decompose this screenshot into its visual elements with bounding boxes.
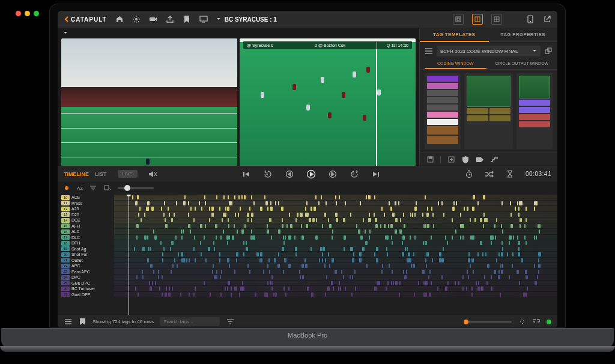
close-dot-icon[interactable] — [16, 11, 21, 16]
play-icon[interactable] — [306, 169, 316, 179]
search-input[interactable] — [160, 317, 220, 326]
row-label[interactable]: 24DPC — [58, 275, 114, 281]
row-label[interactable]: 27Goal OPP — [58, 292, 114, 298]
row-label[interactable]: 21Outlet — [58, 258, 114, 264]
skip-end-icon[interactable] — [371, 169, 381, 179]
stairs-icon[interactable] — [490, 156, 498, 164]
stopwatch-icon[interactable] — [464, 169, 474, 179]
live-indicator[interactable]: LIVE — [118, 170, 138, 178]
timeline-track[interactable] — [114, 229, 557, 235]
display-icon[interactable] — [199, 15, 208, 23]
skip-fwd-5-icon[interactable]: 5 — [350, 169, 359, 179]
timeline-track[interactable] — [114, 235, 557, 241]
timeline-track[interactable] — [114, 246, 557, 252]
row-label[interactable]: 26BC Turnover — [58, 286, 114, 292]
tag-summary: Showing 724 tags in 46 rows — [92, 319, 154, 324]
list-icon[interactable] — [425, 47, 433, 55]
score-bar: @ Syracuse 0 0 @ Boston Coll Q 1st 14:30 — [243, 41, 412, 49]
select-icon[interactable] — [103, 184, 112, 192]
gear-icon[interactable] — [132, 15, 141, 23]
row-label[interactable]: 11Press — [58, 201, 114, 207]
subtab-coding-window[interactable]: CODING WINDOW — [425, 60, 486, 69]
row-label[interactable]: 19Shot Ag — [58, 246, 114, 252]
layout-2-button[interactable] — [472, 14, 483, 25]
collapse-panel-chevron[interactable] — [61, 30, 416, 38]
row-label[interactable]: 14DCE — [58, 217, 114, 223]
timeline-track[interactable] — [114, 206, 557, 212]
row-label[interactable]: 23Earn APC — [58, 269, 114, 275]
timeline-track[interactable] — [114, 292, 557, 298]
upload-icon[interactable] — [166, 15, 174, 23]
zoom-slider[interactable] — [118, 187, 154, 189]
row-label[interactable]: 20Shot For — [58, 252, 114, 258]
row-label[interactable]: 12A25 — [58, 206, 114, 212]
timeline-track[interactable] — [114, 217, 557, 223]
layout-1-button[interactable] — [453, 14, 464, 25]
mute-icon[interactable] — [148, 169, 158, 179]
timeline-track[interactable] — [114, 240, 557, 246]
tab-timeline[interactable]: TIMELINE — [64, 171, 89, 177]
timeline-track[interactable] — [114, 223, 557, 229]
add-icon[interactable] — [447, 156, 455, 164]
external-link-icon[interactable] — [543, 15, 551, 23]
popout-icon[interactable] — [544, 47, 553, 55]
timeline-track[interactable] — [114, 252, 557, 258]
sort-icon[interactable] — [89, 184, 97, 192]
timeline-track[interactable] — [114, 212, 557, 218]
coding-window-preview[interactable] — [420, 70, 557, 153]
app-window: CATAPULT BC SYRACUSE : 1 — [58, 11, 557, 328]
sort-az[interactable]: AZ — [77, 186, 83, 191]
video-view-wide[interactable] — [61, 38, 237, 166]
link-icon[interactable] — [532, 318, 541, 326]
status-led-icon — [547, 320, 551, 324]
timeline-track[interactable] — [114, 286, 557, 292]
row-label[interactable]: 18DFH — [58, 240, 114, 246]
home-icon[interactable] — [115, 15, 124, 23]
timeline-track[interactable] — [114, 201, 557, 207]
rewind-icon[interactable] — [285, 169, 294, 179]
timeline-track[interactable] — [114, 275, 557, 281]
row-label[interactable]: 25Give DPC — [58, 281, 114, 287]
timeline-track[interactable] — [114, 195, 557, 201]
brand-logo: CATAPULT — [64, 16, 107, 23]
bookmark-footer-icon[interactable] — [78, 318, 86, 326]
forward-icon[interactable] — [328, 169, 338, 179]
camera-icon[interactable] — [149, 15, 157, 23]
shuffle-icon[interactable] — [485, 169, 494, 179]
skip-start-icon[interactable] — [241, 169, 251, 179]
tag-icon[interactable] — [476, 156, 484, 164]
minimize-dot-icon[interactable] — [25, 11, 30, 16]
timeline-track[interactable] — [114, 263, 557, 269]
tab-tag-templates[interactable]: TAG TEMPLATES — [420, 28, 489, 42]
fullscreen-dot-icon[interactable] — [34, 11, 39, 16]
timeline-track[interactable] — [114, 281, 557, 287]
timeline: AZ 10ACE11Press12A2513D2514DCE15AFH16ALC… — [58, 181, 557, 315]
row-label[interactable]: 10ACE — [58, 195, 114, 201]
row-label[interactable]: 13D25 — [58, 212, 114, 218]
snap-icon[interactable] — [518, 318, 526, 326]
skip-back-5-icon[interactable]: 5 — [263, 169, 273, 179]
save-icon[interactable] — [426, 156, 434, 164]
video-view-broadcast[interactable]: @ Syracuse 0 0 @ Boston Coll Q 1st 14:30 — [240, 38, 416, 166]
hourglass-icon[interactable] — [505, 169, 515, 179]
row-label[interactable]: 17DLC — [58, 235, 114, 241]
bookmark-icon[interactable] — [183, 15, 191, 23]
row-label[interactable]: 22APC — [58, 263, 114, 269]
tab-list[interactable]: LIST — [95, 171, 107, 177]
subtab-circle-output[interactable]: CIRCLE OUTPUT WINDOW — [491, 60, 553, 69]
row-label[interactable]: 15AFH — [58, 223, 114, 229]
menu-icon[interactable] — [64, 318, 72, 326]
filter-icon[interactable] — [226, 318, 234, 326]
filter-dot-icon[interactable] — [62, 184, 71, 192]
tab-tag-properties[interactable]: TAG PROPERTIES — [489, 28, 558, 42]
row-label[interactable]: 16ALC — [58, 229, 114, 235]
speed-slider[interactable] — [464, 321, 512, 323]
timeline-track[interactable] — [114, 258, 557, 264]
chevron-down-icon — [532, 49, 537, 53]
match-selector[interactable]: BC SYRACUSE : 1 — [216, 16, 277, 23]
tablet-icon[interactable] — [526, 15, 535, 23]
shield-icon[interactable] — [461, 156, 470, 164]
timeline-track[interactable] — [114, 269, 557, 275]
layout-3-button[interactable] — [491, 14, 502, 25]
template-dropdown[interactable]: BCFH 2023 CODE WINDOW FINAL — [437, 46, 541, 56]
